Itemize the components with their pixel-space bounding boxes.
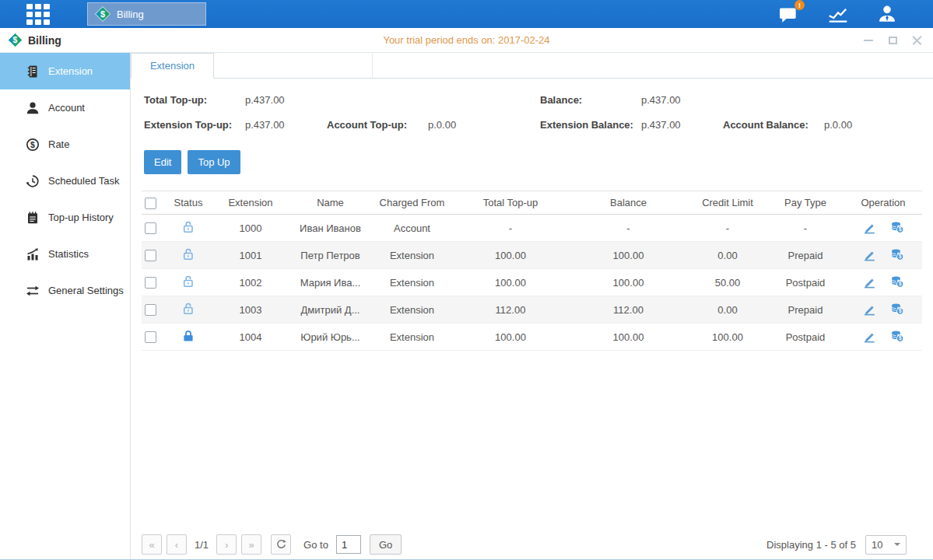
- sidebar-item-account[interactable]: Account: [0, 89, 130, 126]
- refresh-button[interactable]: [271, 534, 291, 555]
- edit-pencil-icon[interactable]: [862, 302, 876, 316]
- stats-chart-icon: [26, 247, 40, 261]
- sidebar-item-topup-history[interactable]: Top-up History: [0, 199, 130, 236]
- billing-diamond-dollar-icon: [95, 6, 110, 22]
- row-checkbox[interactable]: [145, 331, 156, 343]
- apps-grid-icon[interactable]: [26, 4, 50, 25]
- topup-coins-icon[interactable]: [890, 247, 904, 261]
- balance-value: p.437.00: [641, 94, 723, 106]
- page-size-select[interactable]: 10: [865, 535, 907, 555]
- sidebar-item-rate[interactable]: $ Rate: [0, 126, 130, 163]
- row-checkbox[interactable]: [145, 222, 156, 234]
- total-topup-cell: 112.00: [453, 296, 568, 324]
- sidebar-item-extension[interactable]: Extension: [0, 53, 130, 89]
- prev-page-button[interactable]: ‹: [167, 534, 187, 555]
- total-topup-cell: 100.00: [453, 324, 568, 351]
- displaying-info: Displaying 1 - 5 of 5: [766, 539, 856, 551]
- table-row[interactable]: 1003 Дмитрий Д... Extension 112.00 112.0…: [142, 296, 922, 324]
- extension-cell: 1002: [212, 269, 289, 296]
- table-row[interactable]: 1004 Юрий Юрь... Extension 100.00 100.00…: [142, 324, 922, 351]
- select-all-checkbox[interactable]: [145, 198, 156, 209]
- edit-pencil-icon[interactable]: [862, 329, 876, 343]
- topup-coins-icon[interactable]: [890, 302, 904, 315]
- row-checkbox[interactable]: [145, 250, 156, 261]
- status-cell: [165, 269, 212, 296]
- sidebar-item-general-settings[interactable]: General Settings: [0, 272, 130, 309]
- sidebar-item-label: General Settings: [48, 285, 124, 296]
- close-icon[interactable]: [911, 35, 922, 46]
- goto-page-input[interactable]: [336, 535, 361, 554]
- operation-cell: [844, 215, 922, 242]
- status-cell: [165, 296, 212, 324]
- lock-open-icon: [181, 220, 195, 233]
- person-icon: [26, 101, 40, 115]
- tab-extension[interactable]: Extension: [131, 53, 214, 79]
- name-cell: Петр Петров: [289, 242, 371, 269]
- total-topup-cell: -: [453, 215, 568, 242]
- edit-pencil-icon[interactable]: [862, 220, 876, 234]
- charged-from-cell: Extension: [371, 324, 453, 351]
- first-page-button[interactable]: «: [142, 534, 162, 555]
- page-size-value: 10: [872, 539, 882, 551]
- charged-from-cell: Account: [371, 215, 453, 242]
- column-header-charged-from: Charged From: [371, 191, 453, 215]
- total-topup-label: Total Top-up:: [144, 94, 245, 106]
- topup-coins-icon[interactable]: [890, 275, 904, 288]
- sidebar-item-label: Statistics: [48, 248, 89, 260]
- minimize-icon[interactable]: [863, 35, 874, 46]
- extension-cell: 1004: [212, 324, 289, 351]
- column-header-total-topup: Total Top-up: [453, 191, 568, 215]
- sidebar-item-label: Extension: [48, 65, 93, 77]
- column-header-balance: Balance: [568, 191, 689, 215]
- balance-cell: 112.00: [568, 296, 689, 324]
- notification-badge: !: [794, 0, 805, 10]
- topup-coins-icon[interactable]: [890, 220, 904, 233]
- content-area: Extension Total Top-up: p.437.00 Extensi…: [131, 53, 933, 559]
- ledger-icon: [26, 65, 40, 79]
- edit-pencil-icon[interactable]: [862, 247, 876, 261]
- sidebar-item-statistics[interactable]: Statistics: [0, 236, 130, 272]
- messages-icon[interactable]: !: [779, 5, 799, 23]
- trial-notice: Your trial period ends on: 2017-02-24: [0, 34, 933, 46]
- user-account-icon[interactable]: [877, 4, 897, 24]
- balance-summary: Total Top-up: p.437.00 Extension Top-up:…: [131, 79, 933, 144]
- go-button[interactable]: Go: [370, 534, 402, 555]
- last-page-button[interactable]: »: [241, 534, 261, 555]
- row-checkbox[interactable]: [145, 277, 156, 289]
- balance-cell: -: [568, 215, 689, 242]
- table-row[interactable]: 1002 Мария Ива... Extension 100.00 100.0…: [142, 269, 922, 296]
- extension-topup-label: Extension Top-up:: [144, 119, 245, 131]
- table-row[interactable]: 1000 Иван Иванов Account - - - -: [142, 215, 922, 242]
- column-header-status: Status: [165, 191, 212, 215]
- credit-limit-cell: 50.00: [689, 269, 766, 296]
- name-cell: Иван Иванов: [289, 215, 371, 242]
- account-topup-label: Account Top-up:: [327, 119, 428, 131]
- resource-monitor-icon[interactable]: [828, 5, 848, 23]
- account-topup-value: p.0.00: [428, 119, 510, 131]
- lock-closed-icon: [181, 329, 195, 342]
- operation-cell: [844, 269, 922, 296]
- sidebar-item-label: Account: [48, 102, 85, 114]
- edit-pencil-icon[interactable]: [862, 275, 876, 289]
- row-checkbox[interactable]: [145, 304, 156, 316]
- topup-coins-icon[interactable]: [890, 329, 904, 342]
- tabstrip-divider: [372, 53, 373, 78]
- maximize-icon[interactable]: [887, 35, 898, 46]
- charged-from-cell: Extension: [371, 269, 453, 296]
- tab-strip: Extension: [131, 53, 933, 79]
- balance-cell: 100.00: [568, 269, 689, 296]
- extension-balance-label: Extension Balance:: [540, 119, 641, 131]
- table-row[interactable]: 1001 Петр Петров Extension 100.00 100.00…: [142, 242, 922, 269]
- next-page-button[interactable]: ›: [216, 534, 237, 555]
- total-topup-value: p.437.00: [245, 94, 327, 106]
- operation-cell: [844, 296, 922, 324]
- svg-text:$: $: [30, 140, 35, 149]
- edit-button[interactable]: Edit: [144, 150, 181, 174]
- extension-balance-value: p.437.00: [641, 119, 723, 131]
- taskbar-tab-billing[interactable]: Billing: [87, 2, 206, 26]
- sidebar-item-scheduled-task[interactable]: Scheduled Task: [0, 163, 130, 199]
- charged-from-cell: Extension: [371, 296, 453, 324]
- top-up-button[interactable]: Top Up: [188, 150, 240, 174]
- lock-open-icon: [181, 247, 195, 261]
- chevron-down-icon: [894, 543, 900, 549]
